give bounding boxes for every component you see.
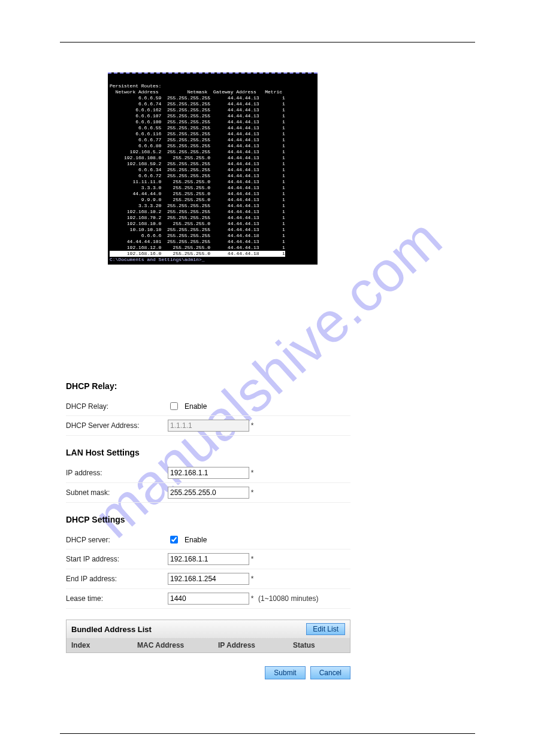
terminal-row: 6.6.6.55 255.255.255.255 44.44.44.13 1 [110,125,285,130]
dhcp-relay-checkbox[interactable] [170,402,178,410]
edit-list-button[interactable]: Edit List [306,623,345,635]
settings-form: DHCP Relay: DHCP Relay: Enable DHCP Serv… [66,381,350,679]
dhcp-server-address-label: DHCP Server Address: [66,421,168,430]
start-ip-input[interactable] [168,553,249,565]
col-status: Status [293,641,315,649]
asterisk-icon: * [249,555,256,563]
terminal-header-1: Persistent Routes: [110,83,161,89]
col-index: Index [71,641,137,649]
lease-time-row: Lease time: * (1~10080 minutes) [66,589,350,609]
asterisk-icon: * [249,421,256,430]
asterisk-icon: * [249,469,256,477]
bundled-title: Bundled Address List [71,625,152,634]
asterisk-icon: * [249,594,256,603]
terminal-row: 6.6.6.107 255.255.255.255 44.44.44.13 1 [110,113,285,119]
terminal-prompt: C:\Documents and Settings\admin>_ [110,257,204,262]
dhcp-server-enable-text: Enable [185,536,207,544]
dhcp-relay-label: DHCP Relay: [66,402,168,411]
dhcp-server-label: DHCP server: [66,536,168,544]
end-ip-label: End IP address: [66,575,168,583]
terminal-row: 11.11.11.0 255.255.255.0 44.44.44.13 1 [110,179,285,184]
terminal-row: 192.168.10.2 255.255.255.255 44.44.44.13… [110,209,285,214]
terminal-row: 3.3.3.20 255.255.255.255 44.44.44.13 1 [110,203,285,208]
ip-address-label: IP address: [66,469,168,477]
dhcp-server-address-row: DHCP Server Address: * [66,416,350,436]
ip-address-row: IP address: * [66,463,350,483]
lan-host-title: LAN Host Settings [66,448,350,457]
bundled-address-list: Bundled Address List Edit List Index MAC… [66,620,350,653]
subnet-mask-label: Subnet mask: [66,488,168,497]
terminal-row: 192.168.108.0 255.255.255.0 44.44.44.13 … [110,155,285,160]
terminal-row: 3.3.3.0 255.255.255.0 44.44.44.13 1 [110,185,285,190]
dhcp-relay-row: DHCP Relay: Enable [66,397,350,416]
bottom-rule [60,733,475,734]
dhcp-server-address-input[interactable] [168,420,249,432]
terminal-row: 192.168.5.2 255.255.255.255 44.44.44.13 … [110,149,285,154]
top-rule [60,42,475,42]
dhcp-server-checkbox[interactable] [170,536,178,544]
button-row: Submit Cancel [66,666,350,679]
terminal-row-highlighted: 192.168.16.0 255.255.255.0 44.44.44.18 1 [110,251,285,257]
terminal-row: 6.6.6.162 255.255.255.255 44.44.44.13 1 [110,107,285,113]
ip-address-input[interactable] [168,467,249,479]
terminal-row: 6.6.6.74 255.255.255.255 44.44.44.13 1 [110,101,285,107]
start-ip-label: Start IP address: [66,555,168,563]
terminal-row: 44.44.44.101 255.255.255.255 44.44.44.13… [110,239,285,244]
terminal-row: 192.168.12.0 255.255.255.0 44.44.44.13 1 [110,245,285,250]
terminal-row: 6.6.6.77 255.255.255.255 44.44.44.13 1 [110,137,285,142]
cancel-button[interactable]: Cancel [310,666,350,679]
terminal-window: Persistent Routes: Network Address Netma… [108,72,318,265]
lease-time-hint: (1~10080 minutes) [256,594,318,603]
dhcp-relay-enable-text: Enable [185,402,207,411]
dhcp-server-row: DHCP server: Enable [66,530,350,549]
col-mac: MAC Address [137,641,218,649]
terminal-row: 10.10.10.10 255.255.255.255 44.44.44.13 … [110,227,285,232]
terminal-row: 6.6.6.6 255.255.255.255 44.44.44.18 1 [110,233,285,238]
terminal-row: 9.9.9.0 255.255.255.0 44.44.44.13 1 [110,197,285,202]
end-ip-input[interactable] [168,573,249,585]
submit-button[interactable]: Submit [265,666,305,679]
terminal-row: 6.6.6.59 255.255.255.255 44.44.44.13 1 [110,95,285,101]
lease-time-input[interactable] [168,593,249,605]
terminal-row: 44.44.44.0 255.255.255.0 44.44.44.13 1 [110,191,285,196]
terminal-row: 6.6.6.80 255.255.255.255 44.44.44.13 1 [110,143,285,148]
asterisk-icon: * [249,575,256,583]
terminal-row: 6.6.6.72 255.255.255.255 44.44.44.13 1 [110,173,285,178]
subnet-mask-input[interactable] [168,487,249,499]
terminal-row: 6.6.6.100 255.255.255.255 44.44.44.13 1 [110,119,285,125]
asterisk-icon: * [249,488,256,497]
dhcp-relay-title: DHCP Relay: [66,381,350,391]
lease-time-label: Lease time: [66,594,168,603]
col-ip: IP Address [218,641,293,649]
end-ip-row: End IP address: * [66,569,350,589]
terminal-row: 192.168.70.2 255.255.255.255 44.44.44.13… [110,215,285,220]
terminal-row: 192.168.59.2 255.255.255.255 44.44.44.13… [110,161,285,166]
subnet-mask-row: Subnet mask: * [66,483,350,503]
terminal-row: 6.6.6.116 255.255.255.255 44.44.44.13 1 [110,131,285,136]
start-ip-row: Start IP address: * [66,549,350,569]
terminal-row: 192.168.10.0 255.255.255.0 44.44.44.13 1 [110,221,285,226]
terminal-row: 6.6.6.34 255.255.255.255 44.44.44.13 1 [110,167,285,172]
terminal-header-2: Network Address Netmask Gateway Address … [110,89,282,95]
dhcp-settings-title: DHCP Settings [66,515,350,524]
bundled-columns: Index MAC Address IP Address Status [67,638,350,652]
